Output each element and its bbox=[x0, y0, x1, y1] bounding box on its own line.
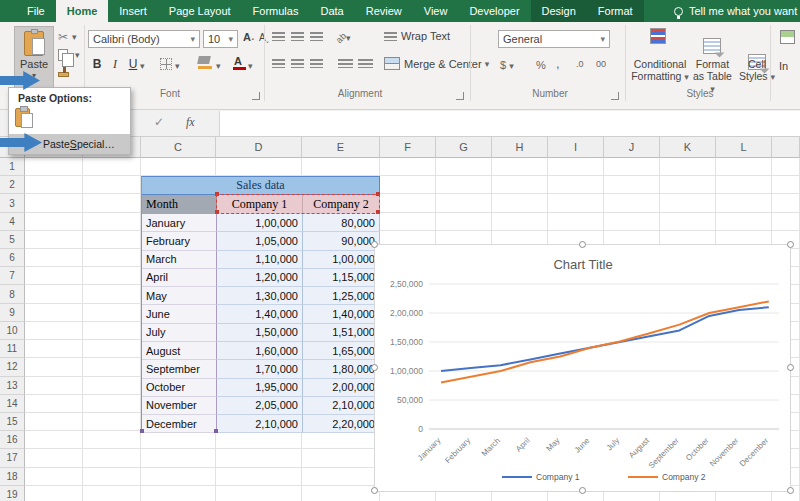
row-header-2[interactable]: 2 bbox=[0, 176, 25, 194]
value-cell[interactable]: 1,50,000 bbox=[217, 324, 303, 342]
column-header-j[interactable]: J bbox=[604, 137, 660, 158]
sales-data-table[interactable]: Sales dataMonthCompany 1Company 2January… bbox=[141, 176, 380, 432]
chart-handle[interactable] bbox=[371, 487, 378, 494]
value-cell[interactable]: 1,70,000 bbox=[217, 360, 303, 378]
month-cell[interactable]: October bbox=[142, 379, 217, 397]
insert-button[interactable]: In bbox=[779, 60, 788, 72]
value-cell[interactable]: 1,60,000 bbox=[217, 342, 303, 360]
month-cell[interactable]: June bbox=[142, 305, 217, 323]
enter-icon[interactable]: ✓ bbox=[154, 115, 164, 129]
decrease-decimal-icon[interactable]: 00 bbox=[596, 59, 606, 69]
increase-decimal-icon[interactable]: .0 bbox=[576, 59, 584, 69]
month-cell[interactable]: November bbox=[142, 397, 217, 415]
cut-button[interactable]: ✂▾ bbox=[58, 30, 77, 44]
comma-style-icon[interactable]: , bbox=[556, 56, 560, 71]
wrap-text-button[interactable]: Wrap Text bbox=[384, 30, 450, 42]
value-cell[interactable]: 80,000 bbox=[303, 214, 380, 232]
font-size-combo[interactable]: 10▾ bbox=[203, 30, 238, 48]
row-header-16[interactable]: 16 bbox=[0, 431, 25, 449]
row-header-4[interactable]: 4 bbox=[0, 213, 25, 231]
value-cell[interactable]: 2,00,000 bbox=[303, 379, 380, 397]
month-cell[interactable]: December bbox=[142, 415, 217, 433]
column-header-l[interactable]: L bbox=[716, 137, 772, 158]
align-bottom-icon[interactable] bbox=[310, 32, 323, 41]
value-cell[interactable]: 90,000 bbox=[303, 232, 380, 250]
month-cell[interactable]: February bbox=[142, 232, 217, 250]
row-header-6[interactable]: 6 bbox=[0, 249, 25, 267]
row-header-17[interactable]: 17 bbox=[0, 449, 25, 467]
legend-label[interactable]: Company 1 bbox=[536, 472, 580, 482]
increase-font-icon[interactable]: A˔ bbox=[243, 31, 255, 43]
month-cell[interactable]: January bbox=[142, 214, 217, 232]
row-header-9[interactable]: 9 bbox=[0, 304, 25, 322]
chart-handle[interactable] bbox=[787, 364, 794, 371]
font-dialog-launcher[interactable] bbox=[252, 92, 260, 100]
chart-handle[interactable] bbox=[787, 241, 794, 248]
decrease-indent-icon[interactable] bbox=[338, 59, 353, 68]
legend-label[interactable]: Company 2 bbox=[662, 472, 706, 482]
underline-button[interactable]: U bbox=[126, 57, 140, 71]
column-header-h[interactable]: H bbox=[492, 137, 548, 158]
value-cell[interactable]: 2,20,000 bbox=[303, 415, 380, 433]
value-cell[interactable]: 2,05,000 bbox=[217, 397, 303, 415]
align-center-icon[interactable] bbox=[291, 59, 304, 68]
row-header-11[interactable]: 11 bbox=[0, 340, 25, 358]
chart-title[interactable]: Chart Title bbox=[553, 257, 612, 272]
column-header-c[interactable]: C bbox=[141, 137, 216, 158]
formula-input[interactable] bbox=[219, 111, 800, 136]
row-header-1[interactable]: 1 bbox=[0, 158, 25, 176]
tab-design[interactable]: Design bbox=[531, 0, 587, 22]
row-header-18[interactable]: 18 bbox=[0, 468, 25, 486]
merge-center-button[interactable]: Merge & Center ▾ bbox=[384, 57, 489, 70]
row-header-12[interactable]: 12 bbox=[0, 358, 25, 376]
value-cell[interactable]: 1,10,000 bbox=[217, 251, 303, 269]
month-cell[interactable]: March bbox=[142, 251, 217, 269]
conditional-formatting-button[interactable]: Conditional Formatting ▾ bbox=[629, 58, 691, 83]
align-left-icon[interactable] bbox=[272, 59, 285, 68]
column-header-f[interactable]: F bbox=[380, 137, 436, 158]
value-cell[interactable]: 1,65,000 bbox=[303, 342, 380, 360]
bold-button[interactable]: B bbox=[90, 57, 104, 71]
increase-indent-icon[interactable] bbox=[358, 59, 373, 68]
value-cell[interactable]: 1,40,000 bbox=[303, 305, 380, 323]
tab-developer[interactable]: Developer bbox=[458, 0, 530, 22]
chart-handle[interactable] bbox=[371, 241, 378, 248]
month-cell[interactable]: July bbox=[142, 324, 217, 342]
value-cell[interactable]: 1,15,000 bbox=[303, 269, 380, 287]
tab-review[interactable]: Review bbox=[355, 0, 413, 22]
row-header-15[interactable]: 15 bbox=[0, 413, 25, 431]
value-cell[interactable]: 1,51,000 bbox=[303, 324, 380, 342]
value-cell[interactable]: 2,10,000 bbox=[217, 415, 303, 433]
row-header-5[interactable]: 5 bbox=[0, 231, 25, 249]
chart-object[interactable]: Chart Title050,0001,00,0001,50,0002,00,0… bbox=[374, 244, 791, 492]
value-cell[interactable]: 2,10,000 bbox=[303, 397, 380, 415]
month-cell[interactable]: May bbox=[142, 287, 217, 305]
tab-insert[interactable]: Insert bbox=[108, 0, 158, 22]
align-right-icon[interactable] bbox=[310, 59, 323, 68]
align-middle-icon[interactable] bbox=[291, 32, 304, 41]
row-header-19[interactable]: 19 bbox=[0, 486, 25, 501]
paste-option-icon[interactable] bbox=[15, 108, 30, 127]
fill-color-icon[interactable] bbox=[198, 56, 210, 64]
borders-icon[interactable] bbox=[160, 58, 172, 70]
number-dialog-launcher[interactable] bbox=[611, 92, 619, 100]
table-header-company-2[interactable]: Company 2 bbox=[303, 195, 380, 214]
format-painter-button[interactable] bbox=[58, 72, 69, 77]
tab-view[interactable]: View bbox=[413, 0, 459, 22]
value-cell[interactable]: 1,30,000 bbox=[217, 287, 303, 305]
chart-handle[interactable] bbox=[787, 487, 794, 494]
tab-format[interactable]: Format bbox=[587, 0, 644, 22]
tab-home[interactable]: Home bbox=[56, 0, 109, 22]
value-cell[interactable]: 1,80,000 bbox=[303, 360, 380, 378]
align-top-icon[interactable] bbox=[272, 32, 285, 41]
row-header-7[interactable]: 7 bbox=[0, 267, 25, 285]
row-header-13[interactable]: 13 bbox=[0, 377, 25, 395]
chart-handle[interactable] bbox=[371, 364, 378, 371]
value-cell[interactable]: 1,00,000 bbox=[303, 251, 380, 269]
value-cell[interactable]: 1,95,000 bbox=[217, 379, 303, 397]
month-cell[interactable]: April bbox=[142, 269, 217, 287]
italic-button[interactable]: I bbox=[108, 57, 122, 72]
chart-handle[interactable] bbox=[579, 241, 586, 248]
table-title-cell[interactable]: Sales data bbox=[142, 177, 379, 195]
row-header-10[interactable]: 10 bbox=[0, 322, 25, 340]
